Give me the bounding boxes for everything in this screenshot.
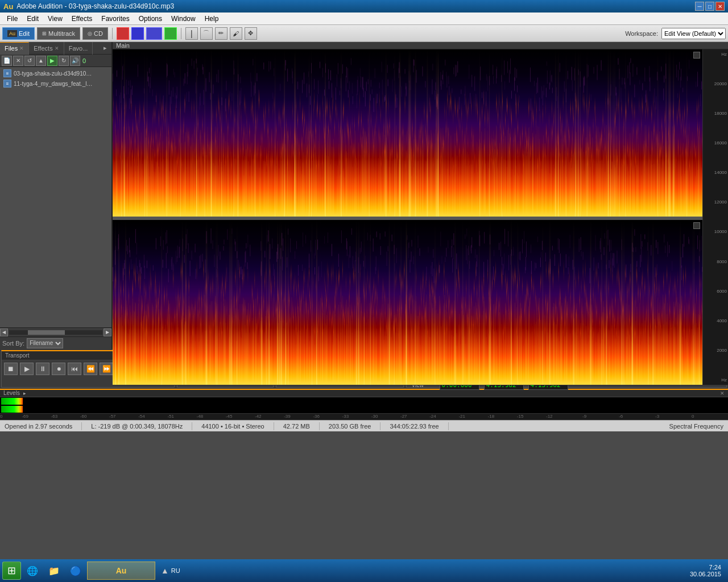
taskbar-explorer-btn[interactable]: 📁 xyxy=(44,562,64,580)
panel-vol-value: 0 xyxy=(81,57,87,64)
panel-up-btn[interactable]: ▲ xyxy=(36,56,46,66)
menu-window[interactable]: Window xyxy=(167,14,200,24)
tab-favorites[interactable]: Favo... xyxy=(64,42,93,55)
file-icon-2: ≡ xyxy=(3,80,11,88)
freq-labels: Hz 20000 18000 16000 14000 12000 10000 8… xyxy=(702,49,728,385)
level-tick-48: -48 xyxy=(197,414,204,419)
scroll-left-btn[interactable]: ◀ xyxy=(0,329,8,336)
menu-options[interactable]: Options xyxy=(134,14,167,24)
tick-150: 1:50 xyxy=(383,385,392,385)
paintbrush-tool-btn[interactable]: 🖌 xyxy=(230,27,242,40)
level-tick-33: -33 xyxy=(342,414,349,419)
pencil-tool-btn[interactable]: ✏ xyxy=(215,27,228,40)
title-bar: Au Adobe Audition - 03-tyga-shaka-zulu-d… xyxy=(0,0,728,13)
scroll-track[interactable] xyxy=(9,330,102,335)
scroll-thumb[interactable] xyxy=(28,330,65,335)
menu-favorites[interactable]: Favorites xyxy=(97,14,134,24)
panel-loop-btn[interactable]: ↻ xyxy=(59,56,69,66)
sort-select[interactable]: Filename xyxy=(27,338,63,348)
panel-vol-btn[interactable]: 🔊 xyxy=(70,56,80,66)
file-name-1: 03-tyga-shaka-zulu-d34d910c.mp3 xyxy=(14,70,93,77)
level-bar-left xyxy=(1,398,727,405)
systray-arrow[interactable]: ▲ xyxy=(161,566,169,575)
file-list: ≡ 03-tyga-shaka-zulu-d34d910c.mp3 ≡ 11-t… xyxy=(0,67,111,327)
color-btn-blue[interactable] xyxy=(131,27,144,40)
systray-lang: RU xyxy=(171,567,180,574)
panel-play-btn[interactable]: ▶ xyxy=(47,56,57,66)
taskbar-torrent-btn[interactable]: 🔵 xyxy=(65,562,86,580)
spectrogram-canvas-top xyxy=(113,49,702,217)
panel-refresh-btn[interactable]: ↺ xyxy=(24,56,35,66)
stop-btn[interactable]: ⏹ xyxy=(4,363,18,375)
mode-multitrack-btn[interactable]: ⊞ Multitrack xyxy=(37,27,80,40)
scroll-right-btn[interactable]: ▶ xyxy=(104,329,111,336)
envelope-tool-btn[interactable]: ⌒ xyxy=(200,27,213,40)
close-button[interactable]: ✕ xyxy=(715,2,725,11)
main-panel-title: Main xyxy=(116,42,130,49)
level-tick-60: -60 xyxy=(80,414,87,419)
tick-130: 1:30 xyxy=(334,385,344,385)
play-looped-btn[interactable]: ⏺ xyxy=(52,363,65,375)
freq-16k: 16000 xyxy=(704,140,727,146)
start-button[interactable]: ⊞ xyxy=(2,562,21,580)
status-bar: Opened in 2.97 seconds L: -219 dB @ 0:00… xyxy=(0,420,728,431)
tab-effects-close[interactable]: ✕ xyxy=(55,45,59,51)
color-btn-red[interactable] xyxy=(117,27,129,40)
file-name-2: 11-tyga-4_my_dawgs_feat._lil_w... xyxy=(14,81,93,87)
rewind-btn[interactable]: ⏪ xyxy=(84,363,97,375)
levels-close-btn[interactable]: ✕ xyxy=(720,390,725,396)
window-title: Adobe Audition - 03-tyga-shaka-zulu-d34d… xyxy=(16,2,174,10)
workspace-select[interactable]: Edit View (Default) xyxy=(661,28,726,39)
level-tick-57: -57 xyxy=(109,414,116,419)
workspace-selector: Workspace: Edit View (Default) xyxy=(625,28,726,39)
selection-tool-btn[interactable]: | xyxy=(185,27,198,40)
tick-300: 3:00 xyxy=(556,385,565,385)
status-view-mode: Spectral Frequency xyxy=(669,423,723,430)
workspace-label: Workspace: xyxy=(625,30,658,37)
color-btn-darkblue[interactable] xyxy=(146,27,162,40)
channel-right-corner xyxy=(693,222,700,229)
level-tick-15: -15 xyxy=(517,414,524,419)
panel-new-btn[interactable]: 📄 xyxy=(2,56,12,66)
level-tick-54: -54 xyxy=(138,414,145,419)
spectrogram-canvas-bottom xyxy=(113,220,702,385)
freq-20k: 20000 xyxy=(704,81,727,86)
panel-sort-bar: Sort By: Filename xyxy=(0,336,111,349)
tab-effects[interactable]: Effects ✕ xyxy=(29,42,64,55)
taskbar-audition-btn[interactable]: Au xyxy=(87,562,155,580)
taskbar: ⊞ 🌐 📁 🔵 Au ▲ RU 7:24 30.06.2015 xyxy=(0,559,728,582)
menu-edit[interactable]: Edit xyxy=(22,14,43,24)
levels-menu-btn[interactable]: ▸ xyxy=(23,390,26,396)
level-tick-42: -42 xyxy=(255,414,262,419)
maximize-button[interactable]: □ xyxy=(705,2,714,11)
level-tick-3: -3 xyxy=(655,414,659,419)
tick-340: 3:40 xyxy=(654,385,663,385)
go-start-btn[interactable]: ⏮ xyxy=(68,363,81,375)
panel-scrollbar[interactable]: ◀ ▶ xyxy=(0,327,111,336)
color-btn-green[interactable] xyxy=(164,27,177,40)
menu-effects[interactable]: Effects xyxy=(67,14,97,24)
menu-file[interactable]: File xyxy=(2,14,22,24)
panel-menu-btn[interactable]: ▸ xyxy=(99,42,111,55)
minimize-button[interactable]: ─ xyxy=(695,2,704,11)
tab-files[interactable]: Files ✕ xyxy=(0,42,29,55)
taskbar-chrome-btn[interactable]: 🌐 xyxy=(22,562,43,580)
play-btn[interactable]: ▶ xyxy=(20,363,34,375)
fast-forward-btn[interactable]: ⏩ xyxy=(100,363,113,375)
level-tick-12: -12 xyxy=(546,414,553,419)
file-item-2[interactable]: ≡ 11-tyga-4_my_dawgs_feat._lil_w... xyxy=(1,78,110,89)
menu-view[interactable]: View xyxy=(43,14,67,24)
tab-files-close[interactable]: ✕ xyxy=(19,45,24,51)
taskbar-clock[interactable]: 7:24 30.06.2015 xyxy=(685,564,726,577)
mode-cd-btn[interactable]: ◎ CD xyxy=(82,27,108,40)
spectrogram-canvas[interactable] xyxy=(113,49,702,385)
spectrogram-area: Main xyxy=(113,42,728,349)
panel-close-btn[interactable]: ✕ xyxy=(13,56,23,66)
pause-btn[interactable]: ⏸ xyxy=(36,363,49,375)
mode-edit-btn[interactable]: Au Edit xyxy=(2,27,35,40)
menu-help[interactable]: Help xyxy=(200,14,224,24)
move-tool-btn[interactable]: ✥ xyxy=(245,27,257,40)
freq-2k: 2000 xyxy=(704,348,727,353)
file-item-1[interactable]: ≡ 03-tyga-shaka-zulu-d34d910c.mp3 xyxy=(1,68,110,78)
window-controls: ─ □ ✕ xyxy=(695,2,725,11)
